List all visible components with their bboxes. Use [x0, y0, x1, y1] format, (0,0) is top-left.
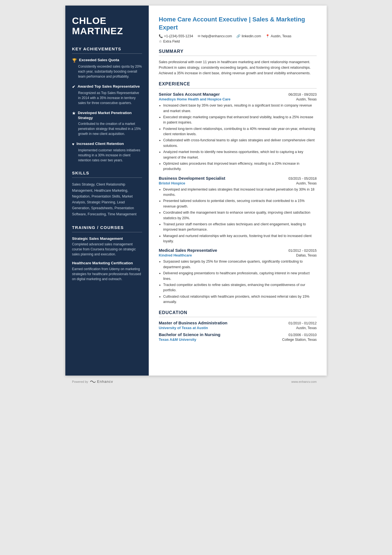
achievement-item: ♥ Increased Client Retention Implemented… — [72, 141, 142, 163]
extra-field-value: Extra Field — [163, 40, 180, 43]
exp-location: Austin, Texas — [296, 97, 317, 101]
achievement-title: 🏆 Exceeded Sales Quota — [72, 58, 142, 63]
achievement-desc: Implemented customer relations initiativ… — [72, 148, 142, 163]
training-item: Strategic Sales Management Completed adv… — [72, 236, 142, 257]
experience-bullet: Cultivated robust relationships with hea… — [163, 294, 317, 305]
summary-text: Sales professional with over 11 years in… — [159, 59, 317, 76]
experience-bullet: Trained junior staff members on effectiv… — [163, 222, 317, 233]
achievement-desc: Contributed to the creation of a market … — [72, 121, 142, 136]
exp-bullets-list: Increased client base by 35% over two ye… — [163, 103, 317, 172]
phone-value: +1-(234)-555-1234 — [164, 34, 193, 38]
exp-dates: 03/2015 - 05/2018 — [289, 177, 317, 181]
edu-degree: Master of Business Administration — [159, 320, 227, 325]
training-title: Strategic Sales Management — [72, 236, 142, 241]
experience-bullet: Executed strategic marketing campaigns t… — [163, 115, 317, 125]
exp-job-title: Medical Sales Representative — [159, 248, 217, 253]
main-content: Home Care Account Executive | Sales & Ma… — [149, 6, 327, 376]
exp-location: Austin, Texas — [296, 181, 317, 185]
achievement-icon: ✔ — [72, 84, 75, 89]
edu-school: University of Texas at Austin — [159, 326, 208, 330]
achievement-title: ♥ Increased Client Retention — [72, 141, 142, 147]
exp-company-row: Kindred Healthcare Dallas, Texas — [159, 253, 317, 257]
achievement-desc: Recognized as Top Sales Representative i… — [72, 90, 142, 105]
experience-bullet: Presented tailored solutions to potentia… — [163, 198, 317, 209]
education-section-title: EDUCATION — [159, 310, 317, 315]
location-value: Austin, Texas — [271, 34, 291, 38]
achievements-list: 🏆 Exceeded Sales Quota Consistently exce… — [72, 58, 142, 163]
experience-bullet: Surpassed sales targets by 25% for three… — [163, 259, 317, 270]
exp-company-row: Amedisys Home Health and Hospice Care Au… — [159, 97, 317, 101]
experience-bullet: Fostered long-term client relationships,… — [163, 126, 317, 137]
exp-location: Dallas, Texas — [296, 253, 317, 257]
edu-degree: Bachelor of Science in Nursing — [159, 332, 220, 337]
education-item: Master of Business Administration 01/201… — [159, 320, 317, 330]
education-list: Master of Business Administration 01/201… — [159, 320, 317, 342]
experience-bullet: Coordinated with the management team to … — [163, 210, 317, 221]
edu-dates: 01/2010 - 01/2012 — [289, 321, 317, 325]
achievement-icon: ★ — [72, 111, 76, 116]
exp-dates: 01/2012 - 02/2015 — [289, 249, 317, 253]
candidate-name: CHLOE MARTINEZ — [72, 16, 142, 36]
experience-bullet: Delivered engaging presentations to heal… — [163, 271, 317, 282]
linkedin-value: linkedin.com — [242, 34, 261, 38]
experience-item: Medical Sales Representative 01/2012 - 0… — [159, 248, 317, 305]
achievement-item: ✔ Awarded Top Sales Representative Recog… — [72, 84, 142, 105]
experience-bullet: Analyzed market trends to identify new b… — [163, 149, 317, 160]
experience-bullet: Tracked competitor activities to refine … — [163, 282, 317, 293]
powered-by-label: Powered by — [72, 380, 88, 383]
achievement-title-text: Exceeded Sales Quota — [79, 58, 119, 63]
brand-name: Enhancv — [97, 379, 113, 384]
email-icon: ✉ — [198, 34, 200, 38]
exp-company: Amedisys Home Health and Hospice Care — [159, 97, 230, 101]
exp-company: Kindred Healthcare — [159, 253, 192, 257]
exp-company: Bristol Hospice — [159, 181, 185, 185]
exp-header: Medical Sales Representative 01/2012 - 0… — [159, 248, 317, 253]
training-desc: Completed advanced sales management cour… — [72, 242, 142, 257]
achievement-icon: 🏆 — [72, 58, 77, 63]
experience-section-title: EXPERIENCE — [159, 82, 317, 87]
exp-dates: 06/2018 - 09/2023 — [289, 93, 317, 97]
footer-url: www.enhancv.com — [291, 380, 327, 383]
linkedin-icon: 🔗 — [236, 34, 240, 38]
skills-text: Sales Strategy, Client Relationship Mana… — [72, 182, 142, 217]
name-line2: MARTINEZ — [72, 26, 123, 36]
exp-job-title: Business Development Specialist — [159, 176, 225, 181]
exp-company-row: Bristol Hospice Austin, Texas — [159, 181, 317, 185]
phone-contact: 📞 +1-(234)-555-1234 — [159, 34, 193, 38]
experience-bullet: Increased client base by 35% over two ye… — [163, 103, 317, 114]
edu-location: Austin, Texas — [296, 326, 317, 330]
experience-bullet: Developed and implemented sales strategi… — [163, 187, 317, 198]
exp-header: Senior Sales Account Manager 06/2018 - 0… — [159, 92, 317, 97]
achievement-item: ★ Developed Market Penetration Strategy … — [72, 110, 142, 136]
extra-field-row: ☆ Extra Field — [159, 39, 317, 43]
training-title: Healthcare Marketing Certification — [72, 261, 142, 266]
training-section-title: TRAINING / COURSES — [72, 225, 142, 230]
edu-school-row: Texas A&M University College Station, Te… — [159, 337, 317, 342]
edu-location: College Station, Texas — [282, 338, 317, 342]
achievement-item: 🏆 Exceeded Sales Quota Consistently exce… — [72, 58, 142, 79]
achievement-title-text: Increased Client Retention — [76, 141, 124, 146]
achievements-section-title: KEY ACHIEVEMENTS — [72, 46, 142, 51]
achievement-title: ★ Developed Market Penetration Strategy — [72, 110, 142, 120]
edu-dates: 01/2006 - 01/2010 — [289, 333, 317, 337]
page-footer: Powered by Enhancv www.enhancv.com — [65, 377, 327, 384]
skills-section-title: SKILLS — [72, 171, 142, 175]
achievement-title-text: Awarded Top Sales Representative — [78, 84, 140, 89]
sidebar: CHLOE MARTINEZ KEY ACHIEVEMENTS 🏆 Exceed… — [65, 6, 149, 376]
education-item: Bachelor of Science in Nursing 01/2006 -… — [159, 332, 317, 342]
training-item: Healthcare Marketing Certification Earne… — [72, 261, 142, 282]
achievement-icon: ♥ — [72, 142, 74, 147]
experience-item: Senior Sales Account Manager 06/2018 - 0… — [159, 92, 317, 172]
phone-icon: 📞 — [159, 34, 163, 38]
job-title: Home Care Account Executive | Sales & Ma… — [159, 16, 317, 31]
achievement-title: ✔ Awarded Top Sales Representative — [72, 84, 142, 89]
training-desc: Earned certification from Udemy on marke… — [72, 267, 142, 282]
linkedin-contact: 🔗 linkedin.com — [236, 34, 261, 38]
exp-bullets-list: Surpassed sales targets by 25% for three… — [163, 259, 317, 305]
powered-by: Powered by Enhancv — [65, 379, 113, 384]
experience-bullet: Optimized sales procedures that improved… — [163, 161, 317, 172]
edu-header: Master of Business Administration 01/201… — [159, 320, 317, 325]
location-contact: 📍 Austin, Texas — [266, 34, 291, 38]
exp-header: Business Development Specialist 03/2015 … — [159, 176, 317, 181]
edu-header: Bachelor of Science in Nursing 01/2006 -… — [159, 332, 317, 337]
